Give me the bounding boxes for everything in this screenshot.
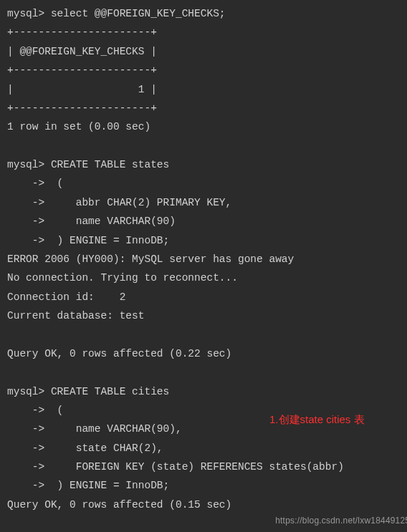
annotation-label: 1.创建state cities 表 [269, 414, 365, 425]
terminal-output: mysql> select @@FOREIGN_KEY_CHECKS; +---… [7, 4, 400, 514]
watermark-text: https://blog.csdn.net/lxw1844912514 [275, 513, 407, 529]
